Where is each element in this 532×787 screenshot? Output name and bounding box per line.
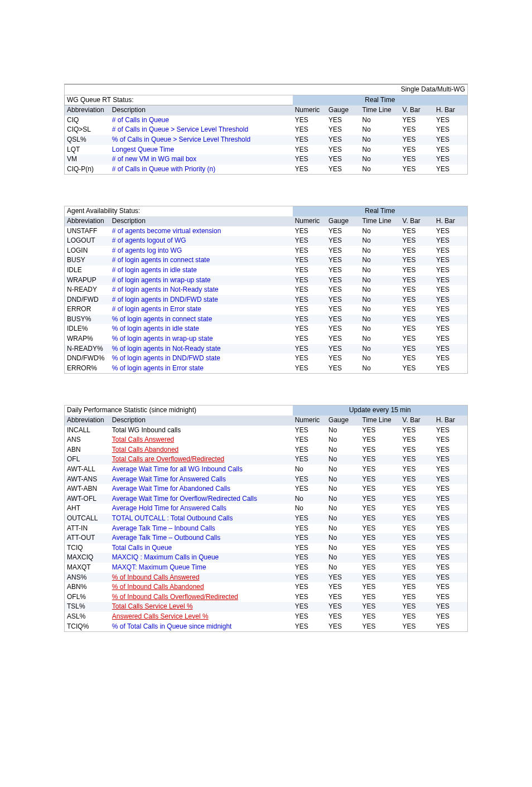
agent-value: No bbox=[360, 344, 400, 354]
agent-value: YES bbox=[293, 285, 326, 295]
daily-value: YES bbox=[434, 612, 467, 622]
table-row: WRAP%% of login agents in wrap-up stateY… bbox=[65, 334, 468, 344]
daily-desc: % of Inbound Calls Overflowed/Redirected bbox=[110, 592, 293, 602]
wg-queue-value: YES bbox=[400, 165, 434, 175]
agent-desc: % of login agents in Not-Ready state bbox=[110, 344, 293, 354]
wg-queue-col-header: Description bbox=[110, 105, 293, 115]
wg-queue-value: YES bbox=[326, 165, 360, 175]
daily-abbr: AWT-ANS bbox=[65, 475, 110, 485]
agent-value: No bbox=[360, 295, 400, 305]
wg-queue-desc: % of Calls in Queue > Service Level Thre… bbox=[110, 135, 293, 145]
wg-queue-value: No bbox=[360, 165, 400, 175]
table-row: MAXQTMAXQT: Maximum Queue TimeYESNoYESYE… bbox=[65, 563, 468, 573]
daily-desc: Total Calls Answered bbox=[110, 435, 293, 445]
table-row: BUSY%% of login agents in connect stateY… bbox=[65, 315, 468, 325]
daily-desc: Total Calls Service Level % bbox=[110, 602, 293, 612]
agent-value: YES bbox=[434, 246, 468, 256]
wg-queue-value: YES bbox=[293, 165, 326, 175]
daily-abbr: MAXCIQ bbox=[65, 553, 110, 563]
agent-value: YES bbox=[326, 324, 360, 334]
agent-value: No bbox=[360, 236, 400, 246]
daily-value: YES bbox=[434, 602, 467, 612]
daily-value: No bbox=[326, 553, 360, 563]
agent-value: YES bbox=[400, 334, 434, 344]
table-row: CIQ>SL# of Calls in Queue > Service Leve… bbox=[65, 125, 468, 135]
agent-value: YES bbox=[434, 295, 468, 305]
table-row: AWT-OFLAverage Wait Time for Overflow/Re… bbox=[65, 494, 468, 504]
table-row: OFL%% of Inbound Calls Overflowed/Redire… bbox=[65, 592, 468, 602]
table-row: N-READY# of login agents in Not-Ready st… bbox=[65, 285, 468, 295]
agent-abbr: WRAPUP bbox=[65, 276, 110, 286]
agent-abbr: N-READY bbox=[65, 285, 110, 295]
daily-value: YES bbox=[360, 592, 400, 602]
table-row: MAXCIQMAXCIQ : Maximum Calls in QueueYES… bbox=[65, 553, 468, 563]
agent-desc: # of agents log into WG bbox=[110, 246, 293, 256]
daily-value: YES bbox=[400, 484, 434, 494]
wg-queue-value: YES bbox=[326, 145, 360, 155]
daily-col-header: Abbreviation bbox=[65, 416, 110, 426]
agent-value: YES bbox=[293, 236, 326, 246]
daily-abbr: ASL% bbox=[65, 612, 110, 622]
agent-desc: # of login agents in wrap-up state bbox=[110, 276, 293, 286]
daily-desc: Average Wait Time for Answered Calls bbox=[110, 475, 293, 485]
daily-abbr: MAXQT bbox=[65, 563, 110, 573]
table-row: QSL%% of Calls in Queue > Service Level … bbox=[65, 135, 468, 145]
daily-desc: Average Wait Time for Overflow/Redirecte… bbox=[110, 494, 293, 504]
agent-value: YES bbox=[326, 305, 360, 315]
daily-value: YES bbox=[293, 563, 326, 573]
daily-value: YES bbox=[434, 465, 467, 475]
daily-value: YES bbox=[434, 484, 467, 494]
wg-queue-table: Single Data/Multi-WG WG Queue RT Status:… bbox=[64, 84, 468, 175]
topbar-right-text: Single Data/Multi-WG bbox=[293, 84, 468, 95]
table3-group-header: Update every 15 min bbox=[293, 405, 468, 416]
daily-abbr: TSL% bbox=[65, 602, 110, 612]
daily-desc: Average Hold Time for Answered Calls bbox=[110, 504, 293, 514]
daily-value: YES bbox=[360, 573, 400, 583]
wg-queue-desc: # of Calls in Queue with Priority (n) bbox=[110, 165, 293, 175]
daily-value: YES bbox=[293, 435, 326, 445]
daily-abbr: TCIQ% bbox=[65, 622, 110, 632]
daily-value: YES bbox=[293, 543, 326, 553]
agent-desc: # of login agents in connect state bbox=[110, 255, 293, 265]
agent-abbr: ERROR% bbox=[65, 364, 110, 374]
daily-desc: Total Calls in Queue bbox=[110, 543, 293, 553]
agent-value: YES bbox=[326, 236, 360, 246]
agent-abbr: WRAP% bbox=[65, 334, 110, 344]
wg-queue-value: YES bbox=[293, 125, 326, 135]
agent-abbr: DND/FWD bbox=[65, 295, 110, 305]
daily-desc: Average Talk Time – Outbound Calls bbox=[110, 533, 293, 543]
daily-value: YES bbox=[434, 435, 467, 445]
agent-abbr: LOGIN bbox=[65, 246, 110, 256]
daily-value: YES bbox=[326, 612, 360, 622]
daily-abbr: TCIQ bbox=[65, 543, 110, 553]
daily-value: YES bbox=[400, 455, 434, 465]
daily-abbr: AHT bbox=[65, 504, 110, 514]
wg-queue-col-header: H. Bar bbox=[434, 105, 468, 115]
table3-title: Daily Performance Statistic (since midni… bbox=[65, 405, 293, 416]
daily-value: YES bbox=[360, 622, 400, 632]
daily-value: YES bbox=[360, 494, 400, 504]
daily-value: YES bbox=[400, 543, 434, 553]
table-row: AWT-ABNAverage Wait Time for Abandoned C… bbox=[65, 484, 468, 494]
table-row: ERROR# of login agents in Error stateYES… bbox=[65, 305, 468, 315]
daily-abbr: OFL bbox=[65, 455, 110, 465]
agent-col-header: Abbreviation bbox=[65, 216, 110, 226]
wg-queue-col-header: V. Bar bbox=[400, 105, 434, 115]
wg-queue-value: YES bbox=[326, 115, 360, 125]
wg-queue-abbr: CIQ>SL bbox=[65, 125, 110, 135]
table-row: TCIQTotal Calls in QueueYESNoYESYESYES bbox=[65, 543, 468, 553]
agent-abbr: UNSTAFF bbox=[65, 226, 110, 236]
wg-queue-desc: # of Calls in Queue bbox=[110, 115, 293, 125]
daily-value: YES bbox=[293, 455, 326, 465]
wg-queue-value: YES bbox=[293, 115, 326, 125]
table-row: ATT-INAverage Talk Time – Inbound CallsY… bbox=[65, 524, 468, 534]
table-row: ASL%Answered Calls Service Level %YESYES… bbox=[65, 612, 468, 622]
table-row: LOGIN# of agents log into WGYESYESNoYESY… bbox=[65, 246, 468, 256]
daily-value: YES bbox=[293, 602, 326, 612]
daily-value: YES bbox=[360, 435, 400, 445]
agent-desc: # of login agents in idle state bbox=[110, 265, 293, 276]
daily-value: YES bbox=[360, 484, 400, 494]
daily-value: YES bbox=[400, 622, 434, 632]
daily-value: YES bbox=[326, 602, 360, 612]
table-row: LOGOUT# of agents logout of WGYESYESNoYE… bbox=[65, 236, 468, 246]
